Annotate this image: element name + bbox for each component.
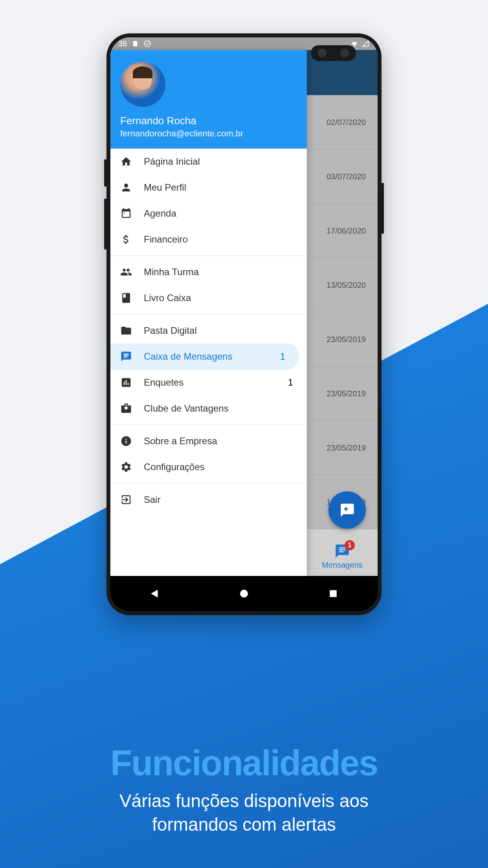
back-button[interactable] bbox=[149, 588, 161, 600]
message-row[interactable]: 02/07/2020 bbox=[307, 95, 378, 149]
group-icon bbox=[120, 266, 132, 278]
menu-item-home[interactable]: Página Inicial bbox=[110, 149, 307, 175]
main-content: 02/07/2020 03/07/2020 17/06/2020 13/05/2… bbox=[307, 50, 378, 576]
menu-badge: 1 bbox=[280, 351, 285, 362]
compose-icon bbox=[339, 502, 355, 518]
menu-label: Pasta Digital bbox=[144, 325, 297, 336]
sync-icon bbox=[143, 40, 151, 48]
menu-item-sobre[interactable]: Sobre a Empresa bbox=[110, 428, 307, 454]
menu-label: Agenda bbox=[144, 208, 297, 219]
divider bbox=[110, 425, 307, 425]
message-row[interactable]: 17/06/2020 bbox=[307, 204, 378, 258]
tab-label: Mensagens bbox=[322, 561, 362, 570]
user-name: Fernando Rocha bbox=[120, 115, 297, 127]
volume-button bbox=[104, 159, 106, 187]
android-nav-bar bbox=[110, 576, 378, 611]
message-date: 17/06/2020 bbox=[327, 226, 366, 235]
tab-mensagens[interactable]: 1 Mensagens bbox=[307, 537, 378, 576]
home-icon bbox=[120, 156, 132, 167]
menu-label: Meu Perfil bbox=[144, 182, 297, 193]
menu-label: Configurações bbox=[144, 462, 297, 473]
shop-icon bbox=[120, 403, 132, 414]
menu-item-mensagens[interactable]: Caixa de Mensagens 1 bbox=[110, 344, 299, 370]
menu-label: Financeiro bbox=[144, 234, 297, 245]
message-date: 03/07/2020 bbox=[327, 172, 366, 181]
signal-icon bbox=[362, 40, 370, 48]
menu-label: Livro Caixa bbox=[144, 292, 297, 303]
status-time: 36 bbox=[118, 39, 127, 48]
svg-point-2 bbox=[240, 590, 248, 598]
message-date: 23/05/2019 bbox=[327, 443, 366, 452]
home-button[interactable] bbox=[238, 588, 250, 600]
menu-label: Enquetes bbox=[144, 377, 276, 388]
message-row[interactable]: 03/07/2020 bbox=[307, 149, 378, 204]
divider bbox=[110, 256, 307, 256]
svg-rect-3 bbox=[330, 590, 337, 597]
menu-item-turma[interactable]: Minha Turma bbox=[110, 259, 307, 285]
dollar-icon bbox=[120, 234, 132, 245]
person-icon bbox=[120, 182, 132, 193]
poll-icon bbox=[120, 377, 132, 388]
marketing-text: Funcionalidades Várias funções disponíve… bbox=[0, 743, 488, 837]
chat-icon bbox=[120, 351, 132, 362]
menu-item-profile[interactable]: Meu Perfil bbox=[110, 175, 307, 200]
svg-point-1 bbox=[145, 41, 150, 47]
folder-icon bbox=[120, 325, 132, 337]
menu-label: Minha Turma bbox=[144, 267, 297, 278]
message-date: 23/05/2019 bbox=[327, 389, 366, 398]
phone-frame: 36 Fernando Rocha fernandorocha@ecliente… bbox=[106, 33, 382, 615]
menu-item-financeiro[interactable]: Financeiro bbox=[110, 226, 307, 252]
menu-item-sair[interactable]: Sair bbox=[110, 487, 307, 513]
exit-icon bbox=[120, 494, 132, 506]
message-date: 02/07/2020 bbox=[327, 118, 366, 127]
menu-item-agenda[interactable]: Agenda bbox=[110, 200, 307, 226]
avatar[interactable] bbox=[120, 62, 165, 107]
menu-item-config[interactable]: Configurações bbox=[110, 454, 307, 480]
recents-button[interactable] bbox=[327, 588, 339, 600]
menu-item-enquetes[interactable]: Enquetes 1 bbox=[110, 370, 307, 395]
svg-rect-0 bbox=[133, 41, 138, 46]
menu-item-pasta[interactable]: Pasta Digital bbox=[110, 318, 307, 344]
menu-label: Sair bbox=[144, 494, 297, 505]
drawer-menu: Página Inicial Meu Perfil Agenda Fi bbox=[110, 149, 307, 576]
marketing-subtitle-1: Várias funções disponíveis aos bbox=[0, 789, 488, 813]
drawer-header: Fernando Rocha fernandorocha@ecliente.co… bbox=[110, 50, 307, 149]
menu-label: Clube de Vantagens bbox=[144, 403, 297, 414]
user-email: fernandorocha@ecliente.com.br bbox=[120, 129, 297, 139]
message-row[interactable]: 23/05/2019 bbox=[307, 366, 378, 421]
book-icon bbox=[120, 292, 132, 304]
tab-badge: 1 bbox=[345, 540, 355, 550]
message-row[interactable]: 23/05/2019 bbox=[307, 421, 378, 475]
divider bbox=[110, 483, 307, 484]
sim-icon bbox=[132, 40, 139, 47]
message-row[interactable]: 23/05/2019 bbox=[307, 312, 378, 366]
volume-button bbox=[104, 199, 106, 250]
settings-icon bbox=[120, 461, 132, 473]
marketing-title: Funcionalidades bbox=[0, 743, 488, 783]
marketing-subtitle-2: formandos com alertas bbox=[0, 813, 488, 837]
menu-item-clube[interactable]: Clube de Vantagens bbox=[110, 395, 307, 421]
menu-label: Sobre a Empresa bbox=[144, 436, 297, 447]
message-date: 13/05/2020 bbox=[327, 280, 366, 289]
calendar-icon bbox=[120, 208, 132, 219]
power-button bbox=[382, 183, 384, 234]
compose-fab[interactable] bbox=[328, 491, 366, 529]
message-date: 23/05/2019 bbox=[327, 335, 366, 344]
divider bbox=[110, 314, 307, 314]
menu-badge: 1 bbox=[288, 377, 293, 388]
menu-item-livro[interactable]: Livro Caixa bbox=[110, 285, 307, 311]
navigation-drawer: Fernando Rocha fernandorocha@ecliente.co… bbox=[110, 50, 307, 576]
info-icon bbox=[120, 435, 132, 447]
phone-notch bbox=[311, 45, 356, 61]
menu-label: Caixa de Mensagens bbox=[144, 351, 268, 362]
menu-label: Página Inicial bbox=[144, 156, 297, 167]
message-list: 02/07/2020 03/07/2020 17/06/2020 13/05/2… bbox=[307, 95, 378, 529]
message-row[interactable]: 13/05/2020 bbox=[307, 258, 378, 312]
